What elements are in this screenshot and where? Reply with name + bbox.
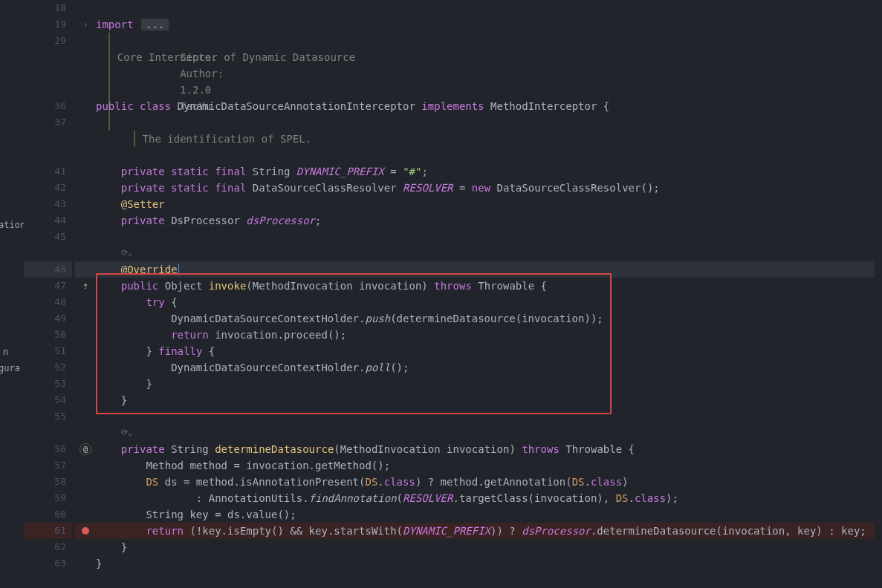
line-number[interactable]: 18 bbox=[24, 0, 72, 16]
line-number[interactable]: 42 bbox=[24, 180, 72, 196]
code-line[interactable]: return invocation.proceed(); bbox=[96, 327, 875, 343]
gutter-marker[interactable] bbox=[75, 0, 96, 16]
gutter-marker[interactable] bbox=[75, 490, 96, 506]
gutter-marker[interactable] bbox=[75, 294, 96, 310]
line-number[interactable]: 62 bbox=[24, 539, 72, 555]
gutter-marker[interactable] bbox=[75, 114, 96, 131]
code-line[interactable]: private String determineDatasource ( Met… bbox=[96, 441, 875, 457]
gutter-marker[interactable] bbox=[75, 457, 96, 474]
line-number[interactable]: 54 bbox=[24, 392, 72, 408]
code-line[interactable]: DynamicDataSourceContextHolder. push (de… bbox=[96, 310, 875, 327]
gutter-marker[interactable] bbox=[75, 212, 96, 229]
gutter-marker[interactable]: ⇡ bbox=[75, 278, 96, 294]
line-number[interactable]: 47 bbox=[24, 278, 72, 294]
line-number[interactable]: 29 bbox=[24, 33, 72, 49]
gutter-marker[interactable] bbox=[75, 33, 96, 49]
line-number[interactable]: 58 bbox=[24, 474, 72, 490]
gutter-marker[interactable]: @ bbox=[75, 441, 96, 457]
line-number-gutter[interactable]: 1819293637414243444546474849505152535455… bbox=[24, 0, 75, 588]
fold-placeholder[interactable]: ... bbox=[141, 19, 169, 30]
line-number[interactable]: 44 bbox=[24, 212, 72, 229]
inlay-hint-icon[interactable]: ⟳⌄ bbox=[121, 425, 133, 441]
gutter-marker[interactable]: › bbox=[75, 16, 96, 33]
code-line[interactable]: private static final String DYNAMIC_PREF… bbox=[96, 163, 875, 180]
line-number[interactable]: 45 bbox=[24, 229, 72, 245]
line-number[interactable]: 49 bbox=[24, 310, 72, 327]
code-line[interactable]: private DsProcessor dsProcessor ; bbox=[96, 212, 875, 229]
line-number[interactable] bbox=[24, 49, 72, 65]
line-number[interactable]: 60 bbox=[24, 506, 72, 523]
line-number[interactable]: 36 bbox=[24, 98, 72, 114]
gutter-marker[interactable] bbox=[75, 392, 96, 408]
code-line[interactable]: String key = ds.value(); bbox=[96, 506, 875, 523]
code-editor[interactable]: 1819293637414243444546474849505152535455… bbox=[24, 0, 882, 588]
tool-tab-caption[interactable]: n bbox=[3, 347, 8, 357]
gutter-marker[interactable] bbox=[75, 327, 96, 343]
gutter-marker[interactable] bbox=[75, 523, 96, 539]
line-number[interactable]: 56 bbox=[24, 441, 72, 457]
line-number[interactable] bbox=[24, 65, 72, 82]
project-tool-strip[interactable]: ation n gura bbox=[0, 0, 24, 588]
gutter-marker[interactable] bbox=[75, 343, 96, 359]
gutter-marker[interactable] bbox=[75, 196, 96, 212]
gutter-marker[interactable] bbox=[75, 425, 96, 441]
tool-tab-caption[interactable]: ation bbox=[0, 220, 25, 230]
line-number[interactable] bbox=[24, 131, 72, 147]
code-line[interactable]: Method method = invocation.getMethod(); bbox=[96, 457, 875, 474]
code-line[interactable] bbox=[96, 229, 875, 245]
code-line[interactable]: public Object invoke ( MethodInvocation … bbox=[96, 278, 875, 294]
gutter-marker[interactable] bbox=[75, 82, 96, 98]
gutter-marker[interactable] bbox=[75, 245, 96, 261]
code-line[interactable]: return (!key.isEmpty() && key.startsWith… bbox=[96, 523, 875, 539]
code-line[interactable]: DynamicDataSourceContextHolder. poll (); bbox=[96, 359, 875, 376]
code-line[interactable] bbox=[96, 408, 875, 425]
fold-chevron-icon[interactable]: › bbox=[82, 19, 88, 30]
code-line[interactable]: @Setter bbox=[96, 196, 875, 212]
inlay-hint-row[interactable]: ⟳⌄ bbox=[96, 245, 875, 261]
code-line[interactable] bbox=[96, 0, 875, 16]
vcs-change-marker-icon[interactable]: ⇡ bbox=[82, 281, 88, 291]
tool-tab-caption[interactable]: gura bbox=[0, 363, 20, 373]
line-number[interactable]: 50 bbox=[24, 327, 72, 343]
line-number[interactable]: 55 bbox=[24, 408, 72, 425]
usages-glyph-icon[interactable]: @ bbox=[80, 443, 91, 455]
line-number[interactable] bbox=[24, 147, 72, 163]
inlay-hint-row[interactable]: ⟳⌄ bbox=[96, 425, 875, 441]
line-number[interactable]: 59 bbox=[24, 490, 72, 506]
gutter-marker[interactable] bbox=[75, 131, 96, 147]
gutter-marker-strip[interactable]: ›⇡@ bbox=[75, 0, 96, 588]
gutter-marker[interactable] bbox=[75, 555, 96, 572]
line-number[interactable]: 53 bbox=[24, 376, 72, 392]
code-line[interactable]: } bbox=[96, 376, 875, 392]
code-line[interactable]: private static final DataSourceClassReso… bbox=[96, 180, 875, 196]
line-number[interactable] bbox=[24, 425, 72, 441]
line-number[interactable]: 19 bbox=[24, 16, 72, 33]
code-line[interactable]: } bbox=[96, 555, 875, 572]
code-line[interactable]: } bbox=[96, 392, 875, 408]
line-number[interactable]: 46 bbox=[24, 261, 72, 278]
line-number[interactable]: 48 bbox=[24, 294, 72, 310]
gutter-marker[interactable] bbox=[75, 229, 96, 245]
code-area[interactable]: import ... Core Interceptor of Dynamic D… bbox=[96, 0, 882, 588]
code-line[interactable]: @Override bbox=[96, 261, 875, 278]
code-line[interactable] bbox=[96, 147, 875, 163]
gutter-marker[interactable] bbox=[75, 98, 96, 114]
gutter-marker[interactable] bbox=[75, 261, 96, 278]
javadoc-line[interactable]: Author: TaoYu bbox=[96, 82, 875, 98]
line-number[interactable]: 41 bbox=[24, 163, 72, 180]
gutter-marker[interactable] bbox=[75, 49, 96, 65]
code-line[interactable]: try { bbox=[96, 294, 875, 310]
code-line[interactable] bbox=[96, 114, 875, 131]
line-number[interactable] bbox=[24, 82, 72, 98]
code-line[interactable]: public class DynamicDataSourceAnnotation… bbox=[96, 98, 875, 114]
code-line[interactable]: DS ds = method.isAnnotationPresent( DS .… bbox=[96, 474, 875, 490]
line-number[interactable]: 57 bbox=[24, 457, 72, 474]
line-number[interactable] bbox=[24, 245, 72, 261]
breakpoint-icon[interactable] bbox=[82, 527, 89, 535]
line-number[interactable]: 63 bbox=[24, 555, 72, 572]
code-line[interactable]: } bbox=[96, 539, 875, 555]
code-line[interactable]: import ... bbox=[96, 16, 875, 33]
gutter-marker[interactable] bbox=[75, 474, 96, 490]
line-number[interactable]: 51 bbox=[24, 343, 72, 359]
gutter-marker[interactable] bbox=[75, 147, 96, 163]
